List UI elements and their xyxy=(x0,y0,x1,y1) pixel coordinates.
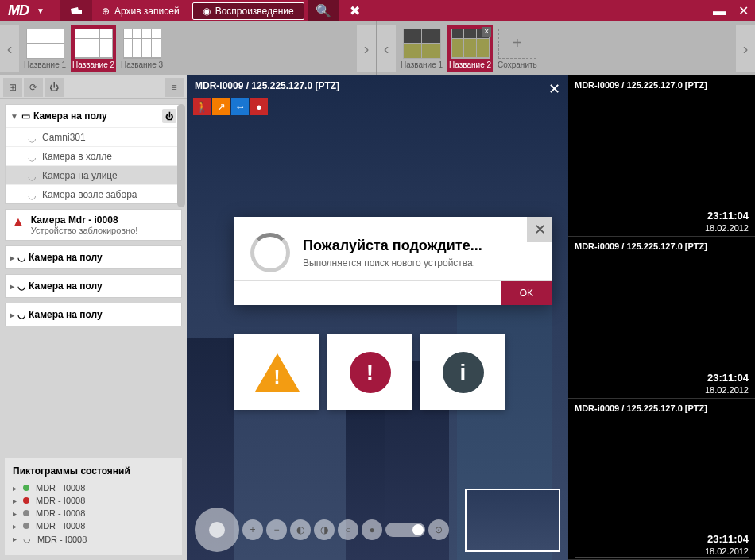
tree-header-4[interactable]: ▸◡Камера на полу xyxy=(6,303,181,326)
warning-card[interactable] xyxy=(234,334,319,410)
logo-dropdown-icon[interactable]: ▼ xyxy=(37,6,45,15)
refresh-button[interactable]: ⟳ xyxy=(24,78,43,97)
grid-view-button[interactable]: ⊞ xyxy=(3,78,22,97)
plus-icon: + xyxy=(498,29,536,59)
camera-item-3[interactable]: ◡Камера на улице xyxy=(6,165,181,184)
ptz-controls: + − ◐ ◑ ○ ● ⊙ xyxy=(195,508,449,552)
info-circle-icon: i xyxy=(443,352,484,393)
layout-tab-1[interactable]: Название 1 xyxy=(22,25,68,72)
record-icon: ● xyxy=(250,98,268,115)
layout-right-tab-1[interactable]: Название 1 xyxy=(399,25,444,72)
playback-label: Воспроизведение xyxy=(215,6,294,17)
legend-row: ▸MDR - I0008 xyxy=(13,521,174,531)
shield-icon: ◡ xyxy=(17,280,25,292)
modal-ok-button[interactable]: OK xyxy=(501,281,552,305)
error-card[interactable]: ! xyxy=(327,334,412,410)
shield-icon: ◡ xyxy=(28,152,37,161)
shield-icon: ◡ xyxy=(28,171,37,180)
layout-tab-3[interactable]: Название 3 xyxy=(119,25,165,72)
legend-row: ▸◡MDR - I0008 xyxy=(13,534,174,544)
enter-icon: ↔ xyxy=(231,98,249,115)
spinner-icon: ◡ xyxy=(23,534,31,544)
close-button[interactable]: ✕ xyxy=(731,0,755,21)
play-icon: ◉ xyxy=(203,6,211,17)
spinner-icon xyxy=(250,233,290,272)
tree-group-1: ▼ ▭ Камера на полу ⏻ ◡Camni301 ◡Камера в… xyxy=(5,104,182,204)
shield-icon: ◡ xyxy=(17,252,25,263)
camera-mode-button[interactable] xyxy=(60,0,92,21)
playback-button[interactable]: ◉ Воспроизведение xyxy=(192,2,304,20)
legend-row: ▸MDR - I0008 xyxy=(13,483,174,492)
view-title: MDR-i0009 / 125.225.127.0 [PTZ] xyxy=(195,80,339,91)
ptz-iris-close[interactable]: ● xyxy=(362,519,382,540)
ptz-zoom-out[interactable]: − xyxy=(266,519,287,540)
search-button[interactable]: 🔍 xyxy=(308,0,339,21)
main-video-view[interactable]: MDR-i0009 / 125.225.127.0 [PTZ] ✕ 🚶 ↗ ↔ … xyxy=(187,75,568,560)
device-alert[interactable]: ▲ Камера Mdr - i0008 Устройство заблокир… xyxy=(5,209,182,241)
logo: MD xyxy=(0,2,37,19)
tree-header-2[interactable]: ▸◡Камера на полу xyxy=(6,246,181,268)
strip-left-arrow-right[interactable]: › xyxy=(357,25,376,72)
globe-icon: ⊕ xyxy=(102,6,110,17)
camera-item-2[interactable]: ◡Камера в холле xyxy=(6,146,181,165)
close-icon: ✕ xyxy=(738,3,749,18)
ptz-preset[interactable]: ⊙ xyxy=(428,519,449,540)
ptz-focus-near[interactable]: ◐ xyxy=(290,519,311,540)
view-close-button[interactable]: ✕ xyxy=(548,80,560,98)
strip-right-arrow-left[interactable]: ‹ xyxy=(377,25,396,72)
layout-tab-2[interactable]: Название 2 xyxy=(71,25,116,72)
scrollbar[interactable] xyxy=(177,104,185,207)
tools-button[interactable]: ✖ xyxy=(339,0,371,21)
alert-cards: ! i xyxy=(234,334,505,410)
chat-icon: ▬ xyxy=(713,4,726,18)
sidebar-toolbar: ⊞ ⟳ ⏻ ≡ xyxy=(0,75,187,99)
modal-close-button[interactable]: ✕ xyxy=(527,217,552,242)
archive-button[interactable]: ⊕ Архив записей xyxy=(92,0,189,21)
tree-header-3[interactable]: ▸◡Камера на полу xyxy=(6,275,181,297)
search-icon: 🔍 xyxy=(316,3,331,18)
status-legend: Пиктограммы состояний ▸MDR - I0008 ▸MDR … xyxy=(5,458,182,555)
topbar: MD ▼ ⊕ Архив записей ◉ Воспроизведение 🔍… xyxy=(0,0,755,21)
main-area: ⊞ ⟳ ⏻ ≡ ▼ ▭ Камера на полу ⏻ ◡Camni301 ◡… xyxy=(0,75,755,560)
chat-button[interactable]: ▬ xyxy=(707,0,731,21)
shield-icon: ◡ xyxy=(17,309,25,320)
thumbnail-1[interactable]: MDR-i0009 / 125.225.127.0 [PTZ] 23:11:04… xyxy=(568,75,755,237)
ptz-iris-open[interactable]: ○ xyxy=(338,519,358,540)
ptz-joystick[interactable] xyxy=(195,508,239,552)
camera-icon xyxy=(70,6,83,16)
info-card[interactable]: i xyxy=(420,334,505,410)
status-icons: 🚶 ↗ ↔ ● xyxy=(193,98,268,115)
camera-item-4[interactable]: ◡Камера возле забора xyxy=(6,184,181,203)
archive-label: Архив записей xyxy=(114,6,180,17)
camera-item-1[interactable]: ◡Camni301 xyxy=(6,127,181,146)
chevron-down-icon: ▼ xyxy=(10,112,18,121)
chevron-right-icon: ▸ xyxy=(10,282,14,291)
strip-left-arrow[interactable]: ‹ xyxy=(0,25,19,72)
ptz-speed-slider[interactable] xyxy=(385,523,425,537)
picture-in-picture[interactable] xyxy=(465,489,560,552)
ptz-zoom-in[interactable]: + xyxy=(242,519,263,540)
strip-right-arrow-right[interactable]: › xyxy=(736,25,755,72)
tab-close-icon[interactable]: × xyxy=(482,27,491,37)
layout-strip: ‹ Название 1 Название 2 Название 3 › ‹ Н… xyxy=(0,21,755,75)
thumbnail-3[interactable]: MDR-i0009 / 125.225.127.0 [PTZ] 23:11:04… xyxy=(568,399,755,560)
power-all-button[interactable]: ⏻ xyxy=(45,78,64,97)
legend-row: ▸MDR - I0008 xyxy=(13,496,174,505)
thumbnail-2[interactable]: MDR-i0009 / 125.225.127.0 [PTZ] 23:11:04… xyxy=(568,237,755,398)
tools-icon: ✖ xyxy=(350,3,360,18)
layout-save-button[interactable]: + Сохранить xyxy=(496,25,539,72)
layout-right-tab-2[interactable]: × Название 2 xyxy=(447,25,493,72)
power-icon[interactable]: ⏻ xyxy=(162,109,176,123)
shield-icon: ◡ xyxy=(28,133,37,142)
ptz-focus-far[interactable]: ◑ xyxy=(314,519,335,540)
video-area: MDR-i0009 / 125.225.127.0 [PTZ] ✕ 🚶 ↗ ↔ … xyxy=(187,75,755,560)
wait-modal: ✕ Пожалуйста подождите... Выполняется по… xyxy=(234,217,552,305)
warning-icon: ▲ xyxy=(12,214,25,235)
legend-row: ▸MDR - I0008 xyxy=(13,508,174,518)
warning-triangle-icon xyxy=(255,353,300,392)
collapse-button[interactable]: ≡ xyxy=(165,78,184,97)
thumbnail-column: MDR-i0009 / 125.225.127.0 [PTZ] 23:11:04… xyxy=(568,75,755,560)
tree-header-1[interactable]: ▼ ▭ Камера на полу ⏻ xyxy=(6,105,181,127)
shield-icon: ◡ xyxy=(28,190,37,199)
chevron-right-icon: ▸ xyxy=(10,253,14,262)
